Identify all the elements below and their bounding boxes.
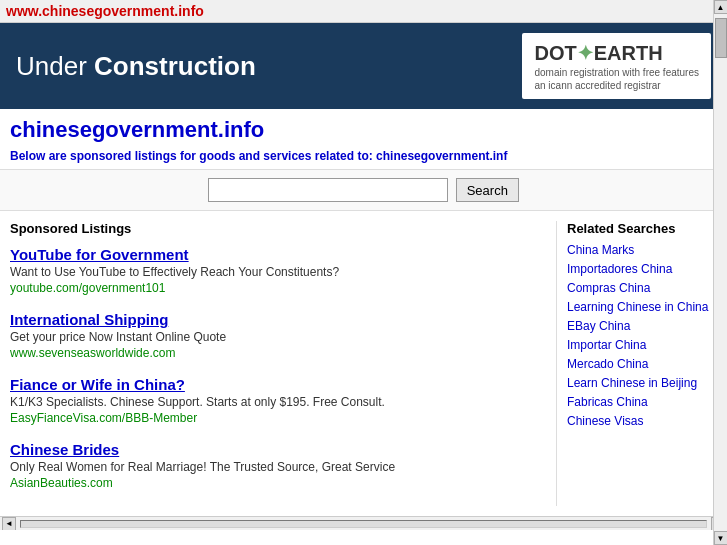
- header-construction: Construction: [94, 51, 256, 81]
- url-link[interactable]: www.chinesegovernment.info: [6, 3, 204, 19]
- listing-item: Fiance or Wife in China? K1/K3 Specialis…: [10, 376, 546, 425]
- related-searches-label: Related Searches: [567, 221, 717, 236]
- sponsored-text: Below are sponsored listings for goods a…: [0, 147, 727, 169]
- listing-description: K1/K3 Specialists. Chinese Support. Star…: [10, 395, 546, 409]
- related-link-item: Compras China: [567, 280, 717, 295]
- listing-title: YouTube for Government: [10, 246, 546, 263]
- listing-description: Get your price Now Instant Online Quote: [10, 330, 546, 344]
- listing-title: Fiance or Wife in China?: [10, 376, 546, 393]
- logo-tagline1: domain registration with free features: [534, 67, 699, 78]
- listing-description: Want to Use YouTube to Effectively Reach…: [10, 265, 546, 279]
- listings-container: YouTube for Government Want to Use YouTu…: [10, 246, 546, 490]
- related-link[interactable]: EBay China: [567, 319, 630, 333]
- related-link-item: Importar China: [567, 337, 717, 352]
- listing-url[interactable]: EasyFianceVisa.com/BBB-Member: [10, 411, 546, 425]
- bottom-scrollbar[interactable]: ◄ ►: [0, 516, 727, 530]
- scroll-track[interactable]: [20, 520, 707, 528]
- listing-item: Chinese Brides Only Real Women for Real …: [10, 441, 546, 490]
- listing-url[interactable]: youtube.com/government101: [10, 281, 546, 295]
- right-scrollbar[interactable]: ▲ ▼: [713, 0, 727, 530]
- dotearth-logo: DOT✦EARTH domain registration with free …: [522, 33, 711, 99]
- header-under: Under: [16, 51, 94, 81]
- listing-item: YouTube for Government Want to Use YouTu…: [10, 246, 546, 295]
- related-link[interactable]: Learn Chinese in Beijing: [567, 376, 697, 390]
- related-link[interactable]: Compras China: [567, 281, 650, 295]
- related-link[interactable]: Importadores China: [567, 262, 672, 276]
- related-links-list: China MarksImportadores ChinaCompras Chi…: [567, 242, 717, 428]
- listing-link[interactable]: Chinese Brides: [10, 441, 119, 458]
- search-input[interactable]: [208, 178, 448, 202]
- related-link[interactable]: Fabricas China: [567, 395, 648, 409]
- logo-text: DOT✦EARTH: [534, 41, 699, 65]
- related-link-item: Fabricas China: [567, 394, 717, 409]
- scroll-thumb[interactable]: [715, 18, 727, 58]
- site-title-bar: chinesegovernment.info: [0, 109, 727, 147]
- related-link[interactable]: Mercado China: [567, 357, 648, 371]
- related-link-item: EBay China: [567, 318, 717, 333]
- site-title: chinesegovernment.info: [10, 117, 717, 143]
- related-link-item: Learn Chinese in Beijing: [567, 375, 717, 390]
- main-content: Sponsored Listings YouTube for Governmen…: [0, 211, 727, 516]
- url-bar: www.chinesegovernment.info: [0, 0, 727, 23]
- listing-item: International Shipping Get your price No…: [10, 311, 546, 360]
- related-link-item: Learning Chinese in China: [567, 299, 717, 314]
- header-banner: Under Construction DOT✦EARTH domain regi…: [0, 23, 727, 109]
- related-link-item: Importadores China: [567, 261, 717, 276]
- logo-x: ✦: [577, 42, 594, 64]
- search-button[interactable]: Search: [456, 178, 519, 202]
- related-link[interactable]: Importar China: [567, 338, 646, 352]
- left-column: Sponsored Listings YouTube for Governmen…: [10, 221, 557, 506]
- search-bar: Search: [0, 169, 727, 211]
- scroll-up-btn[interactable]: ▲: [714, 0, 728, 14]
- logo-earth: EARTH: [594, 42, 663, 64]
- sponsored-label: Sponsored Listings: [10, 221, 546, 236]
- related-link[interactable]: Chinese Visas: [567, 414, 644, 428]
- related-link-item: China Marks: [567, 242, 717, 257]
- listing-title: Chinese Brides: [10, 441, 546, 458]
- related-link[interactable]: Learning Chinese in China: [567, 300, 708, 314]
- listing-link[interactable]: Fiance or Wife in China?: [10, 376, 185, 393]
- logo-tagline2: an icann accredited registrar: [534, 80, 699, 91]
- listing-url[interactable]: www.sevenseasworldwide.com: [10, 346, 546, 360]
- listing-title: International Shipping: [10, 311, 546, 328]
- related-link[interactable]: China Marks: [567, 243, 634, 257]
- right-column: Related Searches China MarksImportadores…: [557, 221, 717, 506]
- scroll-left-btn[interactable]: ◄: [2, 517, 16, 531]
- listing-link[interactable]: YouTube for Government: [10, 246, 189, 263]
- listing-link[interactable]: International Shipping: [10, 311, 168, 328]
- header-title: Under Construction: [16, 51, 256, 82]
- related-link-item: Mercado China: [567, 356, 717, 371]
- listing-url[interactable]: AsianBeauties.com: [10, 476, 546, 490]
- related-link-item: Chinese Visas: [567, 413, 717, 428]
- listing-description: Only Real Women for Real Marriage! The T…: [10, 460, 546, 474]
- logo-dot: DOT: [534, 42, 576, 64]
